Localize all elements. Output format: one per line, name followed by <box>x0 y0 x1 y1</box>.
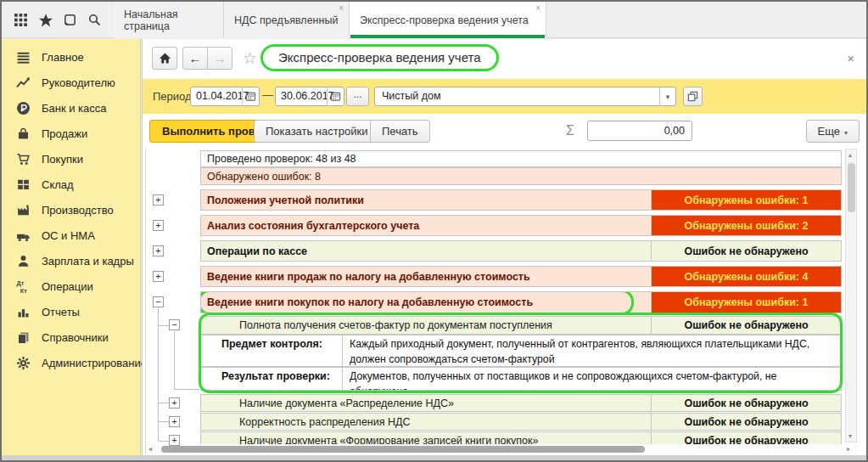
sidebar-item-label: Склад <box>42 178 74 191</box>
date-from-field[interactable]: 01.04.2017 <box>190 87 260 106</box>
check-name[interactable]: Наличие документа «Распределение НДС» <box>200 394 652 412</box>
detail-value: Каждый приходный документ, полученный от… <box>342 335 842 367</box>
tab-close-icon[interactable]: × <box>339 4 344 13</box>
sections-sidebar: ГлавноеРуководителюБанк и кассаПродажиПо… <box>2 39 141 455</box>
expand-toggle-icon[interactable]: + <box>153 194 164 206</box>
scroll-down-icon[interactable]: ▾ <box>848 433 852 440</box>
vertical-scrollbar[interactable]: ▴ ▾ <box>845 149 857 442</box>
chevron-down-icon[interactable]: ▾ <box>659 87 675 105</box>
window-bottom-edge <box>2 455 866 460</box>
history-icon[interactable] <box>62 12 79 29</box>
expand-toggle-icon[interactable]: + <box>169 397 180 408</box>
horizontal-scrollbar[interactable]: ◂ ▸ <box>146 444 857 454</box>
application-window: Начальная страницаНДС предъявленный×Эксп… <box>0 0 868 462</box>
sidebar-item-bank[interactable]: Банк и касса <box>2 95 140 121</box>
check-name[interactable]: Операции по кассе <box>200 240 652 262</box>
expand-toggle-icon[interactable]: + <box>169 416 180 427</box>
tab-3[interactable]: Экспресс-проверка ведения учета× <box>350 2 546 38</box>
period-dash: — <box>262 88 273 101</box>
print-button[interactable]: Печать <box>370 120 430 143</box>
sidebar-item-menu[interactable]: Главное <box>2 44 140 70</box>
home-button[interactable] <box>152 47 177 70</box>
sidebar-item-trend[interactable]: Руководителю <box>2 70 140 95</box>
sidebar-item-production[interactable]: Производство <box>2 197 140 223</box>
reports-icon <box>15 305 31 319</box>
detail-label: Результат проверки: <box>200 367 343 391</box>
bank-icon <box>15 101 31 116</box>
page-title-annotation: Экспресс-проверка ведения учета <box>260 44 499 71</box>
tab-1[interactable]: Начальная страница <box>114 2 224 38</box>
show-settings-button[interactable]: Показать настройки <box>254 120 379 143</box>
more-label: Еще <box>818 125 840 138</box>
assets-icon <box>15 228 31 243</box>
choose-from-list-button[interactable] <box>683 87 703 106</box>
company-select[interactable]: Чистый дом ▾ <box>374 87 676 106</box>
sidebar-item-staff[interactable]: Зарплата и кадры <box>2 248 140 273</box>
check-name[interactable]: Анализ состояния бухгалтерского учета <box>200 215 652 236</box>
production-icon <box>15 203 31 217</box>
summary-text: Проведено проверок: 48 из 48 <box>200 150 842 167</box>
menu-grid-icon[interactable] <box>13 12 30 29</box>
tree-gutter: + <box>146 189 200 211</box>
scroll-left-icon[interactable]: ◂ <box>148 446 152 453</box>
menu-icon <box>15 50 31 65</box>
staff-icon <box>15 254 31 268</box>
sidebar-item-label: Справочники <box>42 331 109 344</box>
form-header: ← → ☆ Экспресс-проверка ведения учета × <box>143 39 866 79</box>
main-panel: ← → ☆ Экспресс-проверка ведения учета × … <box>142 39 866 455</box>
expand-toggle-icon[interactable]: + <box>153 271 164 282</box>
sidebar-item-assets[interactable]: ОС и НМА <box>2 223 140 248</box>
sidebar-item-operations[interactable]: ДтКтОперации <box>2 273 140 299</box>
company-value[interactable]: Чистый дом <box>375 87 659 105</box>
tree-gutter: − <box>146 291 200 313</box>
tab-bar: Начальная страницаНДС предъявленный×Эксп… <box>114 2 546 38</box>
check-name[interactable]: Положения учетной политики <box>200 189 652 211</box>
scroll-right-icon[interactable]: ▸ <box>847 446 850 453</box>
calendar-icon[interactable] <box>327 87 344 105</box>
horizontal-scroll-thumb[interactable] <box>161 446 645 453</box>
vertical-scroll-thumb[interactable] <box>848 163 855 212</box>
back-button[interactable]: ← <box>182 47 208 70</box>
check-name[interactable]: Полнота получения счетов-фактур по докум… <box>200 316 652 335</box>
expand-toggle-icon[interactable]: + <box>153 220 164 231</box>
tree-gutter: + <box>146 413 200 431</box>
tab-2[interactable]: НДС предъявленный× <box>224 2 350 38</box>
tab-label: НДС предъявленный <box>234 14 338 26</box>
collapse-toggle-icon[interactable]: − <box>169 319 180 330</box>
collapse-toggle-icon[interactable]: − <box>153 296 164 307</box>
check-name[interactable]: Корректность распределения НДС <box>200 413 652 431</box>
favorite-star-icon[interactable]: ☆ <box>243 48 257 68</box>
scroll-up-icon[interactable]: ▴ <box>848 152 852 159</box>
sidebar-item-warehouse[interactable]: Склад <box>2 172 140 197</box>
report-row-4: +Операции по кассеОшибок не обнаружено <box>146 240 842 262</box>
sidebar-item-label: Покупки <box>42 153 83 166</box>
check-name[interactable]: Ведение книги покупок по налогу на добав… <box>200 291 652 313</box>
more-button[interactable]: Еще▾ <box>806 120 860 143</box>
calendar-icon[interactable] <box>242 87 259 105</box>
date-to-value[interactable]: 30.06.2017 <box>276 87 327 105</box>
forward-button[interactable]: → <box>207 47 232 70</box>
favorites-star-icon[interactable] <box>37 12 54 29</box>
sidebar-item-sales[interactable]: Продажи <box>2 121 140 146</box>
sidebar-item-catalogs[interactable]: Справочники <box>2 324 140 350</box>
date-from-value[interactable]: 01.04.2017 <box>191 87 242 105</box>
close-form-icon[interactable]: × <box>847 51 854 65</box>
tree-gutter: + <box>146 215 200 236</box>
sidebar-item-admin[interactable]: Администрирование <box>2 350 140 375</box>
check-status-badge: Обнаружены ошибки: 4 <box>651 266 842 287</box>
tab-close-icon[interactable]: × <box>535 4 540 13</box>
report-row-3: +Анализ состояния бухгалтерского учетаОб… <box>146 215 842 236</box>
period-options-button[interactable]: ... <box>346 87 369 106</box>
sidebar-item-reports[interactable]: Отчеты <box>2 299 140 324</box>
date-to-field[interactable]: 30.06.2017 <box>275 87 344 106</box>
tree-gutter: + <box>146 394 200 412</box>
report-row-11: +Корректность распределения НДСОшибок не… <box>146 413 842 431</box>
expand-toggle-icon[interactable]: + <box>153 245 164 256</box>
sum-input[interactable]: 0,00 <box>587 121 692 141</box>
check-status-badge: Ошибок не обнаружено <box>651 413 842 431</box>
check-name[interactable]: Ведение книги продаж по налогу на добавл… <box>200 266 652 287</box>
sidebar-item-label: Производство <box>42 204 114 217</box>
expand-toggle-icon[interactable]: + <box>169 435 180 446</box>
search-icon[interactable] <box>87 12 104 29</box>
sidebar-item-purchases[interactable]: Покупки <box>2 146 140 172</box>
